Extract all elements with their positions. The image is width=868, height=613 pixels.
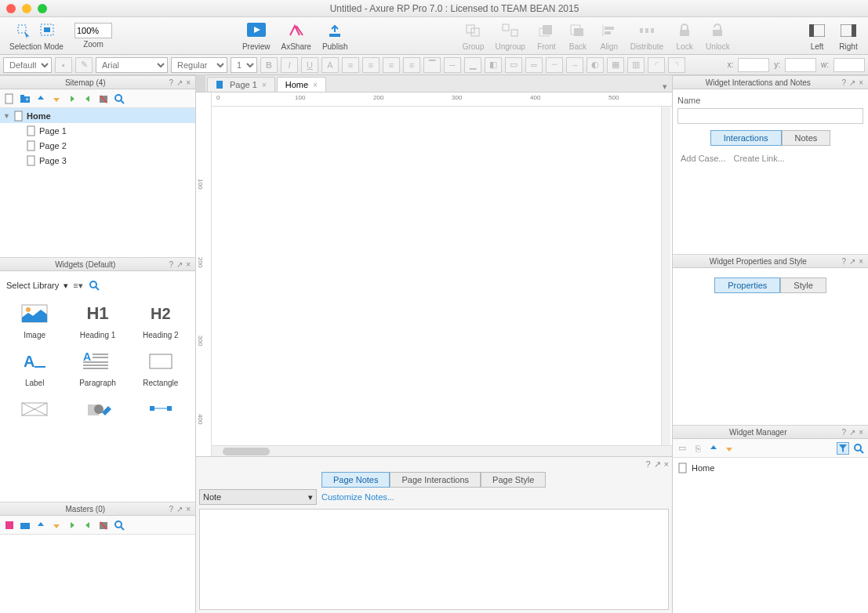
corner-left-button[interactable]: ◜	[648, 57, 665, 73]
font-combo[interactable]: Arial	[96, 57, 168, 73]
opacity-button[interactable]: ◐	[587, 57, 604, 73]
page-panel-tab[interactable]: Page Notes	[321, 472, 390, 488]
delete-icon[interactable]	[97, 519, 110, 531]
x-input[interactable]	[738, 58, 769, 72]
properties-tab[interactable]: Style	[780, 277, 826, 293]
linecolor-button[interactable]: ▭	[505, 57, 522, 73]
widget-item[interactable]: H1Heading 1	[67, 299, 127, 339]
wm-down-icon[interactable]	[723, 442, 735, 455]
publish-group[interactable]: Publish	[318, 19, 353, 53]
wm-copy-icon[interactable]: ⎘	[692, 442, 704, 455]
fill-button[interactable]: ◧	[485, 57, 502, 73]
help-icon[interactable]: ?	[168, 505, 176, 513]
widget-item[interactable]: AParagraph	[67, 347, 127, 387]
close-panel-icon[interactable]: ×	[857, 78, 865, 87]
search-icon[interactable]	[852, 442, 865, 455]
document-tab[interactable]: Home×	[277, 77, 326, 92]
interactions-tab[interactable]: Interactions	[710, 130, 782, 146]
close-window-button[interactable]	[6, 4, 16, 13]
add-master-icon[interactable]	[3, 519, 16, 531]
dock-right-group[interactable]: Right	[833, 19, 863, 53]
wm-select-icon[interactable]: ▭	[676, 442, 688, 455]
search-icon[interactable]	[88, 279, 100, 292]
sitemap-page-row[interactable]: Page 1	[0, 123, 195, 138]
pin-icon[interactable]: ↗	[654, 459, 661, 470]
widget-item[interactable]	[5, 395, 64, 423]
style-combo[interactable]: Default	[3, 57, 52, 73]
widget-item[interactable]: Rectangle	[131, 347, 191, 387]
corner-right-button[interactable]: ◝	[668, 57, 685, 73]
collapse-icon[interactable]: ▼	[3, 112, 11, 120]
add-folder-icon[interactable]	[19, 519, 31, 531]
document-tab[interactable]: Page 1×	[207, 77, 275, 92]
sitemap-root-row[interactable]: ▼ Home	[0, 108, 195, 123]
move-right-icon[interactable]	[66, 519, 78, 531]
widget-item[interactable]: H2Heading 2	[131, 299, 191, 339]
underline-button[interactable]: U	[301, 57, 318, 73]
align-center-button[interactable]: ≡	[383, 57, 400, 73]
pin-icon[interactable]: ↗	[848, 257, 857, 266]
arrow-button[interactable]: →	[566, 57, 583, 73]
maximize-window-button[interactable]	[38, 4, 47, 13]
widget-name-input[interactable]	[677, 108, 863, 124]
valign-bot-button[interactable]: ▁	[464, 57, 481, 73]
add-page-icon[interactable]	[3, 92, 16, 105]
help-icon[interactable]: ?	[645, 459, 650, 469]
page-panel-tab[interactable]: Page Style	[481, 472, 546, 488]
tab-strip-menu-icon[interactable]	[196, 74, 205, 92]
customize-notes-link[interactable]: Customize Notes...	[321, 492, 394, 502]
valign-top-button[interactable]: ▔	[423, 57, 441, 73]
filter-icon[interactable]	[837, 442, 849, 455]
pin-icon[interactable]: ↗	[848, 78, 857, 87]
select-library-label[interactable]: Select Library	[6, 281, 59, 290]
close-tab-icon[interactable]: ×	[313, 81, 318, 89]
close-panel-icon[interactable]: ×	[184, 78, 192, 87]
help-icon[interactable]: ?	[841, 78, 848, 87]
close-panel-icon[interactable]: ×	[184, 260, 192, 269]
horizontal-scrollbar[interactable]	[212, 445, 672, 456]
sitemap-page-row[interactable]: Page 3	[0, 153, 195, 168]
page-panel-tab[interactable]: Page Interactions	[390, 472, 481, 488]
note-textarea[interactable]	[199, 509, 669, 610]
interactions-link[interactable]: Add Case...	[681, 154, 725, 163]
help-icon[interactable]: ?	[841, 257, 848, 266]
move-up-icon[interactable]	[35, 519, 47, 531]
bold-button[interactable]: B	[260, 57, 278, 73]
y-input[interactable]	[785, 58, 816, 72]
close-tab-icon[interactable]: ×	[262, 81, 267, 89]
outer-shadow-button[interactable]: ▦	[607, 57, 624, 73]
interactions-tab[interactable]: Notes	[782, 130, 831, 146]
search-icon[interactable]	[113, 519, 125, 531]
select-intersect-icon[interactable]	[14, 20, 35, 41]
help-icon[interactable]: ?	[168, 260, 176, 269]
brush-icon[interactable]: ✎	[75, 57, 93, 73]
widget-item[interactable]	[67, 395, 127, 423]
widget-item[interactable]: Image	[5, 299, 64, 339]
minimize-window-button[interactable]	[22, 4, 31, 13]
bullets-button[interactable]: ≡	[342, 57, 359, 73]
help-icon[interactable]: ?	[168, 78, 176, 87]
properties-tab[interactable]: Properties	[714, 277, 780, 293]
move-down-icon[interactable]	[50, 92, 63, 105]
align-right-button[interactable]: ≡	[403, 57, 420, 73]
preview-group[interactable]: Preview	[238, 19, 275, 53]
search-icon[interactable]	[113, 92, 125, 105]
pin-icon[interactable]: ↗	[175, 505, 184, 513]
move-right-icon[interactable]	[66, 92, 78, 105]
add-folder-icon[interactable]: +	[19, 92, 31, 105]
widget-item[interactable]: ALabel	[5, 347, 64, 387]
pin-icon[interactable]: ↗	[175, 260, 184, 269]
valign-mid-button[interactable]: ─	[444, 57, 461, 73]
wm-item[interactable]: Home	[676, 461, 865, 475]
wm-up-icon[interactable]	[707, 442, 720, 455]
close-panel-icon[interactable]: ×	[664, 459, 669, 469]
widget-item[interactable]	[131, 395, 191, 423]
note-select[interactable]: Note ▾	[199, 489, 317, 505]
fontcolor-button[interactable]: A	[321, 57, 339, 73]
pin-icon[interactable]: ↗	[175, 78, 184, 87]
inner-shadow-button[interactable]: ▥	[627, 57, 645, 73]
italic-button[interactable]: I	[281, 57, 298, 73]
paint-icon[interactable]: ▪	[55, 57, 72, 73]
list-view-icon[interactable]: ≡▾	[73, 281, 82, 291]
move-up-icon[interactable]	[35, 92, 47, 105]
